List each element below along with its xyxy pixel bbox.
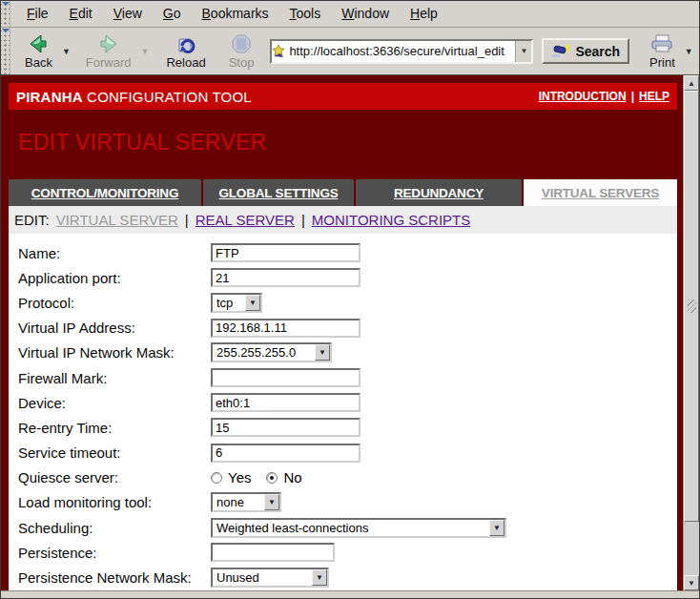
back-dropdown-arrow[interactable]: ▼ bbox=[59, 47, 73, 56]
persistence-network-mask-select[interactable]: Unused▼ bbox=[211, 568, 329, 588]
scroll-up-button[interactable]: ▲ bbox=[684, 75, 699, 91]
url-bar: ▼ bbox=[270, 39, 533, 64]
print-icon bbox=[649, 32, 674, 55]
header-links: INTRODUCTION | HELP bbox=[539, 90, 669, 103]
stop-button[interactable]: Stop bbox=[222, 31, 261, 71]
subnav-current-virtual-server: VIRTUAL SERVER bbox=[56, 212, 178, 228]
firewall-mark-label: Firewall Mark: bbox=[18, 370, 211, 386]
name-input[interactable] bbox=[211, 243, 360, 262]
menu-window[interactable]: Window bbox=[331, 1, 400, 27]
field-row-device: Device: bbox=[18, 390, 677, 415]
field-row-virtual-ip-address: Virtual IP Address: bbox=[18, 316, 677, 341]
search-button[interactable]: Search bbox=[542, 38, 629, 64]
reload-button[interactable]: Reload bbox=[159, 31, 212, 71]
vertical-scrollbar[interactable]: ▲ ▼ bbox=[683, 75, 699, 590]
forward-label: Forward bbox=[86, 55, 132, 70]
menubar-grippy[interactable] bbox=[1, 1, 10, 27]
persistence-network-mask-label: Persistence Network Mask: bbox=[18, 569, 211, 586]
forward-dropdown-arrow[interactable]: ▼ bbox=[138, 47, 153, 56]
scrollbar-track[interactable] bbox=[684, 522, 699, 575]
application-port-input[interactable] bbox=[211, 268, 360, 287]
toolbar-grippy[interactable] bbox=[1, 28, 10, 74]
virtual-ip-network-mask-selected-value: 255.255.255.0 bbox=[213, 345, 315, 360]
menu-edit[interactable]: Edit bbox=[59, 1, 103, 27]
subnav-link-real-server[interactable]: REAL SERVER bbox=[196, 212, 295, 228]
service-timeout-input[interactable] bbox=[211, 444, 360, 463]
menu-help[interactable]: Help bbox=[400, 1, 448, 27]
load-monitoring-tool-selected-value: none bbox=[213, 495, 264, 509]
menu-bookmarks[interactable]: Bookmarks bbox=[192, 1, 279, 27]
bookmark-page-icon[interactable] bbox=[272, 45, 289, 58]
service-timeout-label: Service timeout: bbox=[18, 444, 211, 461]
load-monitoring-tool-select[interactable]: none▼ bbox=[211, 492, 281, 512]
scrollbar-grip bbox=[688, 300, 696, 313]
persistence-input[interactable] bbox=[211, 543, 335, 562]
piranha-page: PIRANHA CONFIGURATION TOOL INTRODUCTION … bbox=[1, 75, 683, 590]
search-label: Search bbox=[575, 44, 620, 59]
piranha-brand: PIRANHA CONFIGURATION TOOL bbox=[16, 89, 252, 105]
device-label: Device: bbox=[18, 395, 211, 411]
forward-icon bbox=[97, 32, 120, 55]
menu-bar-items: FileEditViewGoBookmarksToolsWindowHelp bbox=[16, 1, 448, 27]
window-bottom-edge bbox=[1, 590, 699, 598]
help-link[interactable]: HELP bbox=[639, 90, 669, 103]
quiesce-server-radio-label-yes: Yes bbox=[228, 469, 251, 485]
virtual-ip-address-input[interactable] bbox=[211, 319, 360, 338]
back-button[interactable]: Back bbox=[18, 31, 59, 71]
menu-bar: FileEditViewGoBookmarksToolsWindowHelp bbox=[1, 1, 699, 28]
print-dropdown-arrow[interactable]: ▼ bbox=[682, 47, 696, 56]
menu-view[interactable]: View bbox=[103, 1, 153, 27]
device-input[interactable] bbox=[211, 393, 360, 412]
scrollbar-thumb[interactable] bbox=[684, 91, 699, 522]
back-icon bbox=[27, 32, 50, 55]
subnav-link-monitoring-scripts[interactable]: MONITORING SCRIPTS bbox=[312, 212, 470, 228]
virtual-ip-network-mask-select-arrow[interactable]: ▼ bbox=[315, 344, 330, 361]
url-input[interactable] bbox=[289, 41, 515, 62]
field-row-re-entry-time: Re-entry Time: bbox=[18, 415, 677, 440]
scheduling-select[interactable]: Weighted least-connections▼ bbox=[211, 518, 506, 538]
field-row-protocol: Protocol:tcp▼ bbox=[18, 290, 677, 315]
brand-rest: CONFIGURATION TOOL bbox=[83, 89, 252, 105]
menu-tools[interactable]: Tools bbox=[279, 1, 332, 27]
virtual-ip-network-mask-select[interactable]: 255.255.255.0▼ bbox=[211, 342, 332, 362]
menu-go[interactable]: Go bbox=[153, 1, 192, 27]
content-viewport: PIRANHA CONFIGURATION TOOL INTRODUCTION … bbox=[1, 75, 699, 590]
field-row-virtual-ip-network-mask: Virtual IP Network Mask:255.255.255.0▼ bbox=[18, 341, 677, 365]
tab-redundancy[interactable]: REDUNDANCY bbox=[356, 179, 522, 206]
load-monitoring-tool-select-arrow[interactable]: ▼ bbox=[264, 494, 279, 510]
field-row-scheduling: Scheduling:Weighted least-connections▼ bbox=[18, 515, 677, 540]
forward-button[interactable]: Forward bbox=[79, 31, 138, 71]
quiesce-server-radio-group: YesNo bbox=[211, 469, 312, 485]
firewall-mark-input[interactable] bbox=[211, 368, 360, 387]
scheduling-label: Scheduling: bbox=[18, 520, 211, 536]
piranha-header-band: PIRANHA CONFIGURATION TOOL INTRODUCTION … bbox=[9, 83, 677, 110]
scheduling-select-arrow[interactable]: ▼ bbox=[489, 520, 504, 536]
page-title: EDIT VIRTUAL SERVER bbox=[18, 130, 677, 158]
field-row-application-port: Application port: bbox=[18, 265, 677, 290]
url-dropdown-button[interactable]: ▼ bbox=[515, 41, 531, 62]
introduction-link[interactable]: INTRODUCTION bbox=[539, 90, 627, 103]
quiesce-server-radio-no[interactable] bbox=[266, 472, 278, 484]
tab-virtual-servers[interactable]: VIRTUAL SERVERS bbox=[524, 179, 677, 206]
flashlight-icon bbox=[551, 44, 570, 59]
protocol-label: Protocol: bbox=[18, 295, 211, 311]
tab-global-settings[interactable]: GLOBAL SETTINGS bbox=[203, 179, 354, 206]
protocol-select[interactable]: tcp▼ bbox=[211, 293, 262, 313]
subnav-separator-2: | bbox=[301, 212, 305, 228]
scheduling-selected-value: Weighted least-connections bbox=[213, 521, 489, 535]
navigation-toolbar: Back ▼ Forward ▼ Reload Stop bbox=[1, 28, 699, 75]
protocol-select-arrow[interactable]: ▼ bbox=[245, 295, 260, 311]
field-row-quiesce-server: Quiesce server:YesNo bbox=[18, 465, 677, 490]
quiesce-server-radio-yes[interactable] bbox=[211, 472, 222, 484]
quiesce-server-label: Quiesce server: bbox=[18, 469, 211, 485]
edit-subnav: EDIT: VIRTUAL SERVER | REAL SERVER | MON… bbox=[9, 206, 677, 234]
reload-icon bbox=[175, 32, 197, 55]
tab-control-monitoring[interactable]: CONTROL/MONITORING bbox=[9, 179, 201, 206]
virtual-ip-address-label: Virtual IP Address: bbox=[18, 320, 211, 336]
print-button[interactable]: Print bbox=[643, 31, 682, 71]
persistence-network-mask-select-arrow[interactable]: ▼ bbox=[312, 569, 327, 586]
load-monitoring-tool-label: Load monitoring tool: bbox=[18, 494, 211, 510]
menu-file[interactable]: File bbox=[16, 1, 59, 27]
scroll-down-button[interactable]: ▼ bbox=[684, 575, 699, 590]
re-entry-time-input[interactable] bbox=[211, 418, 360, 437]
